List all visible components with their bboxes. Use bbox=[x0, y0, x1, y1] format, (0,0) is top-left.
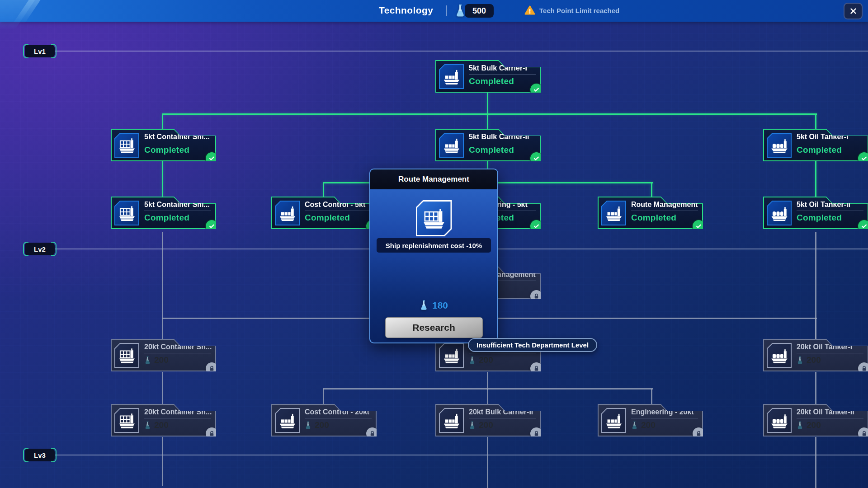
ship-icon-tile bbox=[114, 201, 139, 225]
tech-title: Cost Control - 5kt bbox=[305, 201, 374, 209]
tech-cost: 200 bbox=[797, 420, 866, 430]
header-decoration bbox=[13, 0, 40, 23]
flask-icon bbox=[420, 300, 428, 311]
tech-cost: 200 bbox=[305, 420, 374, 430]
tech-title: 5kt Container Shi... bbox=[144, 133, 213, 141]
lock-icon bbox=[206, 427, 218, 440]
tech-node-20kt-oil-tanker-2[interactable]: 20kt Oil Tanker-II 200 bbox=[763, 404, 868, 436]
technology-screen: Technology 500 Tech Point Limit reached … bbox=[0, 0, 868, 488]
popup-ship-icon bbox=[421, 206, 447, 231]
tech-title: 5kt Bulk Carrier-I bbox=[469, 64, 538, 72]
tech-title: Route Management bbox=[631, 201, 700, 209]
ship-icon-tile bbox=[767, 201, 792, 225]
tree-connector bbox=[162, 372, 163, 405]
title-divider bbox=[144, 353, 211, 353]
lock-icon bbox=[366, 427, 378, 440]
tree-connector bbox=[162, 114, 163, 130]
tech-title: 20kt Oil Tanker-II bbox=[797, 408, 866, 416]
title-divider bbox=[631, 211, 698, 211]
header-divider bbox=[446, 5, 447, 16]
level-label-text: Lv2 bbox=[34, 245, 46, 253]
title-divider bbox=[144, 418, 211, 418]
research-popup: Route Management Ship replenishment cost… bbox=[369, 169, 498, 343]
ship-icon bbox=[442, 346, 461, 365]
tech-node-engineering-20kt[interactable]: Engineering - 20kt 200 bbox=[598, 404, 703, 436]
tech-node-cost-control-20kt[interactable]: Cost Control - 20kt 200 bbox=[271, 404, 377, 436]
tech-cost: 200 bbox=[469, 355, 538, 365]
tech-node-20kt-oil-tanker-1[interactable]: 20kt Oil Tanker-I 200 bbox=[763, 339, 868, 371]
node-text: 20kt Bulk Carrier-II 200 bbox=[469, 408, 538, 430]
tech-node-5kt-oil-tanker-1[interactable]: 5kt Oil Tanker-I Completed bbox=[763, 129, 868, 161]
tech-status: Completed bbox=[144, 145, 213, 155]
flask-icon bbox=[797, 356, 803, 365]
completed-check-icon bbox=[858, 152, 868, 164]
level-ruler-lv1 bbox=[55, 51, 868, 52]
tech-status: Completed bbox=[144, 213, 213, 223]
tech-title: 5kt Container Shi... bbox=[144, 201, 213, 209]
ship-icon bbox=[278, 411, 297, 430]
completed-check-icon bbox=[858, 220, 868, 232]
tree-connector bbox=[487, 389, 488, 405]
tech-node-5kt-container-ship-2[interactable]: 5kt Container Shi... Completed bbox=[111, 197, 216, 229]
tree-connector bbox=[651, 389, 652, 405]
tech-cost-value: 200 bbox=[479, 420, 493, 430]
flask-icon bbox=[305, 421, 311, 430]
node-text: Cost Control - 5kt Completed bbox=[305, 201, 374, 223]
research-button[interactable]: Research bbox=[385, 317, 483, 338]
tech-node-route-management[interactable]: Route Management Completed bbox=[598, 197, 703, 229]
ship-icon-tile bbox=[767, 133, 792, 158]
flask-icon bbox=[469, 356, 476, 365]
completed-check-icon bbox=[206, 152, 218, 164]
node-text: 5kt Bulk Carrier-I Completed bbox=[469, 64, 538, 86]
tech-node-5kt-oil-tanker-2[interactable]: 5kt Oil Tanker-II Completed bbox=[763, 197, 868, 229]
tech-cost: 200 bbox=[797, 355, 866, 365]
tech-node-5kt-container-ship-1[interactable]: 5kt Container Shi... Completed bbox=[111, 129, 216, 161]
title-divider bbox=[631, 418, 698, 418]
flask-icon bbox=[797, 421, 803, 430]
ship-icon bbox=[118, 204, 137, 223]
title-divider bbox=[305, 418, 372, 418]
ship-icon-tile bbox=[601, 408, 626, 433]
tech-status: Completed bbox=[469, 76, 538, 86]
tree-connector bbox=[162, 232, 163, 340]
ship-icon-tile bbox=[767, 408, 792, 433]
tech-node-20kt-container-ship-1[interactable]: 20kt Container Sh... 200 bbox=[111, 339, 216, 371]
completed-check-icon bbox=[693, 220, 705, 232]
tech-cost-value: 200 bbox=[641, 420, 656, 430]
ship-icon bbox=[278, 204, 297, 223]
title-divider bbox=[469, 353, 536, 353]
tech-node-5kt-bulk-carrier-1[interactable]: 5kt Bulk Carrier-I Completed bbox=[435, 60, 541, 93]
tree-connector bbox=[815, 318, 816, 340]
popup-cost: 180 bbox=[370, 300, 497, 311]
lock-icon bbox=[858, 362, 868, 375]
node-text: 20kt Container Sh... 200 bbox=[144, 343, 213, 365]
tech-title: 5kt Oil Tanker-I bbox=[797, 133, 866, 141]
tree-connector bbox=[162, 437, 163, 486]
tech-limit-warning: Tech Point Limit reached bbox=[524, 5, 619, 16]
ship-icon bbox=[770, 346, 789, 365]
node-text: 5kt Oil Tanker-II Completed bbox=[797, 201, 866, 223]
tech-node-cost-control-5kt[interactable]: Cost Control - 5kt Completed bbox=[271, 197, 377, 229]
tech-node-20kt-bulk-carrier-2[interactable]: 20kt Bulk Carrier-II 200 bbox=[435, 404, 541, 436]
tech-cost-value: 200 bbox=[154, 355, 169, 365]
tree-connector bbox=[162, 113, 817, 115]
node-text: 20kt Container Sh... 200 bbox=[144, 408, 213, 430]
level-ruler-lv3 bbox=[55, 455, 868, 455]
title-divider bbox=[797, 211, 863, 211]
tree-connector bbox=[162, 161, 163, 197]
close-button[interactable] bbox=[844, 3, 863, 19]
title-divider bbox=[469, 143, 536, 143]
title-divider bbox=[144, 211, 211, 211]
tree-connector bbox=[487, 93, 488, 115]
top-bar: Technology 500 Tech Point Limit reached bbox=[0, 0, 868, 22]
completed-check-icon bbox=[530, 84, 542, 96]
ship-icon-tile bbox=[275, 201, 300, 225]
tech-node-5kt-bulk-carrier-2[interactable]: 5kt Bulk Carrier-II Completed bbox=[435, 129, 541, 161]
popup-ship-icon-tile bbox=[416, 200, 452, 236]
tech-title: 20kt Oil Tanker-I bbox=[797, 343, 866, 351]
ship-icon-tile bbox=[439, 343, 464, 368]
completed-check-icon bbox=[530, 152, 542, 164]
tech-node-20kt-container-ship-2[interactable]: 20kt Container Sh... 200 bbox=[111, 404, 216, 436]
title-divider bbox=[469, 418, 536, 418]
tree-connector bbox=[323, 183, 324, 197]
